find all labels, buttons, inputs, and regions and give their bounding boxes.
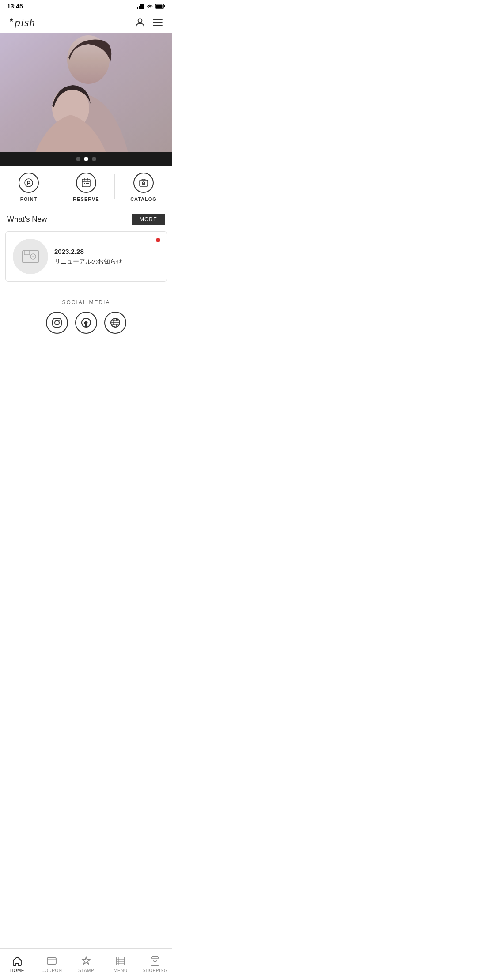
hamburger-menu-icon[interactable] xyxy=(152,17,163,28)
logo: ★pish xyxy=(9,16,35,29)
news-thumbnail xyxy=(13,239,48,274)
status-icons xyxy=(137,4,165,9)
svg-rect-5 xyxy=(156,5,163,8)
point-icon: P xyxy=(23,177,34,188)
reserve-icon-container xyxy=(76,173,96,193)
nav-item-reserve[interactable]: RESERVE xyxy=(57,166,115,207)
svg-rect-23 xyxy=(87,183,89,184)
status-bar: 13:45 xyxy=(0,0,172,12)
header: ★pish xyxy=(0,12,172,33)
profile-icon[interactable] xyxy=(134,17,146,28)
header-icons xyxy=(134,17,163,28)
svg-rect-31 xyxy=(53,318,61,327)
svg-rect-3 xyxy=(142,4,144,9)
svg-rect-21 xyxy=(84,183,85,184)
nav-item-catalog[interactable]: CATALOG xyxy=(115,166,172,207)
facebook-svg xyxy=(81,317,91,328)
news-text: リニューアルのお知らせ xyxy=(54,258,159,266)
whats-new-header: What's New MORE xyxy=(0,207,172,231)
point-label: POINT xyxy=(20,196,38,202)
dot-1[interactable] xyxy=(76,157,80,161)
social-media-title: SOCIAL MEDIA xyxy=(0,299,172,305)
svg-rect-0 xyxy=(137,7,138,9)
instagram-icon[interactable] xyxy=(46,312,68,334)
svg-rect-1 xyxy=(139,6,140,9)
more-button[interactable]: MORE xyxy=(132,214,165,225)
svg-point-26 xyxy=(143,183,144,184)
signal-icon xyxy=(137,4,144,9)
svg-point-33 xyxy=(59,320,60,320)
catalog-label: CATALOG xyxy=(130,196,157,202)
svg-rect-28 xyxy=(24,250,30,255)
reserve-label: RESERVE xyxy=(73,196,99,202)
battery-icon xyxy=(155,4,165,9)
svg-point-32 xyxy=(55,320,59,325)
website-icon[interactable] xyxy=(104,312,126,334)
news-date: 2023.2.28 xyxy=(54,248,159,255)
whats-new-title: What's New xyxy=(7,215,47,224)
point-icon-container: P xyxy=(19,173,39,193)
news-thumb-icon xyxy=(22,249,39,264)
svg-text:P: P xyxy=(27,180,30,186)
facebook-icon[interactable] xyxy=(75,312,97,334)
quick-nav: P POINT RESERVE xyxy=(0,166,172,207)
svg-point-7 xyxy=(138,19,142,23)
hero-image xyxy=(0,33,172,152)
svg-rect-6 xyxy=(164,5,165,7)
news-content: 2023.2.28 リニューアルのお知らせ xyxy=(54,248,159,266)
reserve-icon xyxy=(81,177,91,188)
svg-rect-22 xyxy=(86,183,87,184)
carousel-dots xyxy=(0,152,172,166)
instagram-svg xyxy=(52,317,62,328)
hero-svg xyxy=(0,33,172,152)
dot-2[interactable] xyxy=(84,157,88,161)
social-media-section: SOCIAL MEDIA xyxy=(0,289,172,341)
dot-3[interactable] xyxy=(92,157,96,161)
svg-rect-14 xyxy=(0,33,172,152)
catalog-icon-container xyxy=(133,173,154,193)
status-time: 13:45 xyxy=(7,3,23,10)
svg-rect-2 xyxy=(140,4,142,9)
news-card-0[interactable]: 2023.2.28 リニューアルのお知らせ xyxy=(5,231,167,282)
catalog-icon xyxy=(138,177,149,188)
hero-banner[interactable] xyxy=(0,33,172,152)
logo-text: ★pish xyxy=(9,16,35,29)
nav-item-point[interactable]: P POINT xyxy=(0,166,57,207)
social-icons-row xyxy=(0,312,172,334)
news-notification-dot xyxy=(156,238,160,242)
globe-svg xyxy=(110,317,121,328)
wifi-icon xyxy=(146,4,153,9)
svg-point-30 xyxy=(32,256,34,257)
